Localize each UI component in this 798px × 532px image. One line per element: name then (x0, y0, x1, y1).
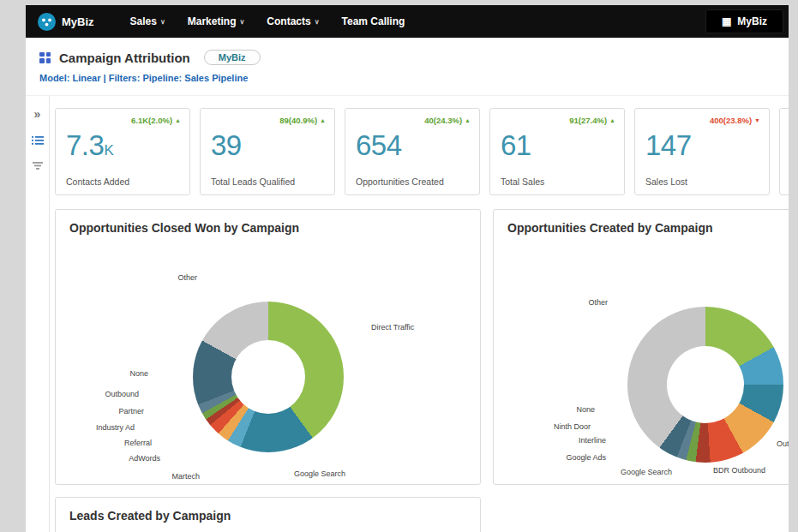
kpi-card-partial[interactable] (779, 108, 789, 195)
kpi-row: 6.1K(2.0%)▲ 7.3K Contacts Added 89(40.9%… (55, 108, 789, 195)
kpi-card-sales-lost[interactable]: 400(23.8%)▼ 147 Sales Lost (634, 108, 770, 195)
slice-label: Direct Traffic (371, 323, 414, 332)
donut-chart-closed-won[interactable] (193, 302, 344, 452)
slice-label: Outbound (105, 390, 139, 398)
chevron-down-icon: ∨ (239, 18, 244, 26)
slice-label: None (129, 369, 148, 378)
brand-logo[interactable]: MyBiz (38, 13, 94, 31)
delta-arrow-icon: ▼ (754, 117, 760, 123)
chevron-down-icon: ∨ (315, 18, 320, 26)
slice-label: Referral (124, 439, 152, 447)
list-view-icon[interactable] (32, 135, 44, 146)
slice-label: AdWords (129, 454, 160, 463)
grid-icon: ▦ (722, 16, 731, 27)
kpi-label: Total Leads Qualified (211, 176, 295, 187)
dashboard-grid-icon (39, 52, 51, 63)
kpi-label: Sales Lost (645, 176, 687, 187)
delta-arrow-icon: ▲ (175, 117, 181, 123)
app-switcher-label: MyBiz (737, 15, 767, 27)
top-navbar: MyBiz Sales ∨ Marketing ∨ Contacts ∨ Tea… (26, 5, 789, 38)
dashboard-main: 6.1K(2.0%)▲ 7.3K Contacts Added 89(40.9%… (50, 96, 789, 532)
kpi-delta: 400(23.8%)▼ (710, 116, 760, 125)
panel-title: Opportunities Closed Won by Campaign (56, 210, 480, 246)
kpi-value: 39 (211, 129, 242, 162)
kpi-label: Opportunities Created (356, 176, 444, 187)
nav-item-label: Team Calling (342, 15, 405, 27)
kpi-card-opportunities-created[interactable]: 40(24.3%)▲ 654 Opportunities Created (345, 108, 480, 195)
delta-arrow-icon: ▲ (465, 117, 471, 123)
slice-label: Ninth Door (554, 422, 591, 431)
delta-arrow-icon: ▲ (609, 117, 615, 123)
donut-hole (231, 340, 305, 414)
slice-label: None (576, 405, 595, 414)
filter-icon[interactable] (32, 161, 44, 170)
kpi-card-total-leads-qualified[interactable]: 89(40.9%)▲ 39 Total Leads Qualified (200, 108, 335, 195)
kpi-delta: 6.1K(2.0%)▲ (131, 116, 181, 125)
kpi-card-contacts-added[interactable]: 6.1K(2.0%)▲ 7.3K Contacts Added (55, 108, 190, 195)
chart-panel-row: Opportunities Closed Won by Campaign Oth… (55, 209, 789, 485)
page-content: Campaign Attribution MyBiz Model: Linear… (26, 38, 789, 532)
panel-title: Leads Created by Campaign (56, 498, 480, 532)
slice-label: Industry Ad (96, 423, 135, 432)
nav-item-team-calling[interactable]: Team Calling (342, 15, 409, 27)
page-header: Campaign Attribution MyBiz Model: Linear… (26, 38, 789, 95)
delta-arrow-icon: ▲ (320, 117, 326, 123)
slice-label: Martech (171, 472, 200, 481)
left-icon-rail: » (26, 96, 50, 532)
slice-label: Outbound (777, 439, 789, 448)
nav-item-label: Contacts (267, 15, 310, 27)
nav-item-marketing[interactable]: Marketing ∨ (188, 15, 245, 27)
kpi-delta: 91(27.4%)▲ (569, 116, 615, 125)
slice-label: Google Search (294, 469, 345, 478)
model-filters-subtitle: Model: Linear | Filters: Pipeline: Sales… (39, 73, 773, 83)
slice-label: Partner (118, 407, 144, 415)
panel-created-by-campaign: Opportunities Created by Campaign Other … (493, 209, 789, 485)
donut-chart-created[interactable] (627, 307, 783, 463)
app-window: MyBiz Sales ∨ Marketing ∨ Contacts ∨ Tea… (26, 5, 789, 532)
chevron-down-icon: ∨ (160, 18, 165, 26)
slice-label: BDR Outbound (713, 466, 765, 475)
slice-label: Google Search (621, 468, 672, 476)
kpi-card-total-sales[interactable]: 91(27.4%)▲ 61 Total Sales (489, 108, 625, 195)
app-switcher-button[interactable]: ▦ MyBiz (705, 9, 783, 33)
panel-title: Opportunities Created by Campaign (494, 210, 789, 246)
slice-label: Interline (579, 436, 606, 445)
mybiz-logo-icon (38, 13, 56, 31)
kpi-label: Total Sales (501, 176, 544, 187)
panel-closed-won-by-campaign: Opportunities Closed Won by Campaign Oth… (55, 209, 481, 485)
kpi-delta: 40(24.3%)▲ (424, 116, 471, 125)
kpi-value: 654 (356, 129, 402, 162)
kpi-label: Contacts Added (66, 176, 129, 187)
panel-leads-created-by-campaign: Leads Created by Campaign (55, 497, 481, 532)
kpi-delta: 89(40.9%)▲ (279, 116, 326, 125)
nav-item-contacts[interactable]: Contacts ∨ (267, 15, 319, 27)
nav-item-label: Marketing (188, 15, 237, 27)
expand-panel-icon[interactable]: » (34, 108, 41, 120)
dashboard-badge: MyBiz (204, 50, 261, 65)
nav-item-label: Sales (130, 15, 157, 27)
slice-label: Google Ads (566, 453, 606, 462)
slice-label: Other (588, 298, 608, 307)
kpi-value: 147 (645, 129, 692, 162)
slice-label: Other (177, 273, 197, 282)
page-title: Campaign Attribution (59, 51, 190, 65)
nav-item-sales[interactable]: Sales ∨ (130, 15, 165, 27)
brand-name: MyBiz (62, 15, 94, 28)
kpi-value: 7.3K (66, 129, 113, 162)
donut-hole (667, 346, 744, 423)
kpi-value: 61 (501, 129, 531, 162)
